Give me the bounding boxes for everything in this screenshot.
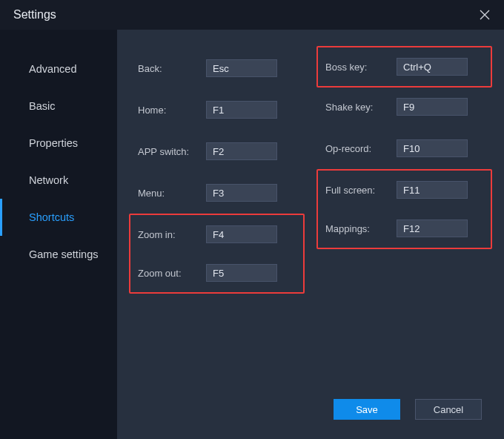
shortcut-label: Zoom in: <box>138 229 206 240</box>
shortcut-row: Menu: <box>138 172 296 214</box>
shortcut-label: APP switch: <box>138 146 206 157</box>
sidebar-item-basic[interactable]: Basic <box>0 88 117 125</box>
right-column: Boss key:Shake key:Op-record:Full screen… <box>325 47 483 294</box>
shortcut-label: Menu: <box>138 188 206 199</box>
shortcut-label: Home: <box>138 105 206 116</box>
shortcut-input[interactable] <box>206 142 277 160</box>
highlight-box: Boss key: <box>316 46 492 88</box>
shortcut-input[interactable] <box>397 58 468 76</box>
shortcut-label: Op-record: <box>325 143 397 154</box>
shortcut-row: Shake key: <box>325 86 483 128</box>
highlight-box: Full screen:Mappings: <box>316 169 492 249</box>
shortcut-row: APP switch: <box>138 131 296 172</box>
close-button[interactable] <box>476 6 494 24</box>
main-panel: Back:Home:APP switch:Menu:Zoom in:Zoom o… <box>117 30 504 439</box>
shortcut-input[interactable] <box>206 184 277 202</box>
shortcut-row: Back: <box>138 47 296 89</box>
shortcut-input[interactable] <box>206 101 277 119</box>
window-title: Settings <box>13 8 476 22</box>
sidebar-item-properties[interactable]: Properties <box>0 125 117 162</box>
sidebar: AdvancedBasicPropertiesNetworkShortcutsG… <box>0 30 117 439</box>
body: AdvancedBasicPropertiesNetworkShortcutsG… <box>0 30 504 439</box>
shortcut-label: Full screen: <box>325 185 397 196</box>
titlebar: Settings <box>0 0 504 30</box>
shortcut-input[interactable] <box>397 220 468 237</box>
shortcut-input[interactable] <box>397 181 468 199</box>
save-button[interactable]: Save <box>334 399 400 420</box>
shortcut-input[interactable] <box>206 264 277 282</box>
close-icon <box>480 10 490 20</box>
shortcut-row: Boss key: <box>325 47 483 86</box>
sidebar-item-shortcuts[interactable]: Shortcuts <box>0 199 117 236</box>
shortcut-input[interactable] <box>397 98 468 116</box>
footer: Save Cancel <box>334 399 482 420</box>
shortcut-row: Mappings: <box>325 209 483 248</box>
shortcut-label: Zoom out: <box>138 268 206 279</box>
shortcut-label: Shake key: <box>325 102 397 113</box>
shortcut-row: Home: <box>138 89 296 131</box>
shortcut-label: Mappings: <box>325 223 397 234</box>
shortcut-row: Zoom out: <box>138 254 296 292</box>
highlight-box: Zoom in:Zoom out: <box>129 214 305 294</box>
shortcut-grid: Back:Home:APP switch:Menu:Zoom in:Zoom o… <box>138 47 483 294</box>
shortcut-label: Boss key: <box>325 62 397 73</box>
shortcut-label: Back: <box>138 63 206 74</box>
shortcut-row: Zoom in: <box>138 215 296 254</box>
shortcut-input[interactable] <box>397 139 468 157</box>
sidebar-item-advanced[interactable]: Advanced <box>0 50 117 88</box>
shortcut-input[interactable] <box>206 59 277 77</box>
left-column: Back:Home:APP switch:Menu:Zoom in:Zoom o… <box>138 47 296 294</box>
sidebar-item-network[interactable]: Network <box>0 162 117 199</box>
cancel-button[interactable]: Cancel <box>415 399 482 420</box>
sidebar-item-game-settings[interactable]: Game settings <box>0 236 117 273</box>
shortcut-row: Full screen: <box>325 171 483 209</box>
shortcut-input[interactable] <box>206 225 277 243</box>
shortcut-row: Op-record: <box>325 128 483 169</box>
